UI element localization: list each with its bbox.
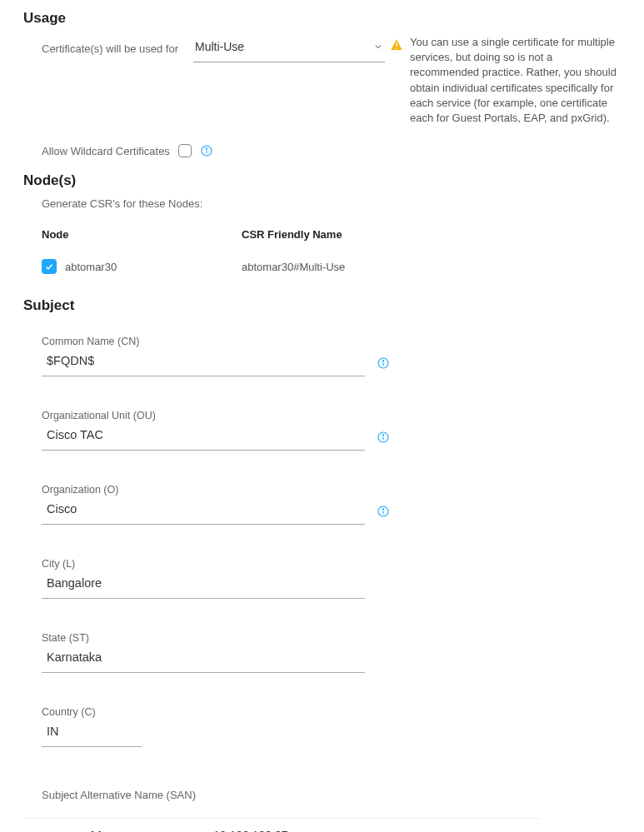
san-row: IP Address 10.106.120.87 −	[23, 818, 540, 832]
nodes-heading: Node(s)	[23, 172, 621, 189]
wildcard-checkbox[interactable]	[178, 144, 192, 157]
san-type-value: IP Address	[65, 830, 125, 832]
ou-label: Organizational Unit (OU)	[42, 410, 390, 421]
info-icon[interactable]	[377, 356, 390, 370]
info-icon[interactable]	[200, 144, 213, 157]
svg-rect-1	[396, 47, 397, 48]
svg-point-9	[382, 435, 383, 436]
ou-input[interactable]: Cisco TAC	[42, 421, 365, 451]
node-name: abtomar30	[65, 261, 117, 273]
san-label: Subject Alternative Name (SAN)	[23, 789, 621, 801]
c-label: Country (C)	[42, 706, 390, 718]
subject-heading: Subject	[23, 297, 621, 314]
usage-select-value: Multi-Use	[195, 40, 244, 53]
cn-input[interactable]: $FQDN$	[42, 347, 365, 376]
san-type-select[interactable]: IP Address	[63, 830, 197, 832]
o-input[interactable]: Cisco	[42, 496, 365, 525]
info-icon[interactable]	[377, 431, 390, 444]
svg-point-12	[382, 509, 383, 510]
usage-heading: Usage	[23, 10, 621, 27]
st-label: State (ST)	[42, 632, 390, 644]
csr-friendly-name: abtomar30#Multi-Use	[242, 261, 458, 273]
nodes-header-csr: CSR Friendly Name	[242, 228, 458, 241]
st-input[interactable]: Karnataka	[42, 644, 365, 673]
usage-label: Certificate(s) will be used for	[42, 42, 178, 55]
c-input[interactable]: IN	[42, 718, 142, 747]
nodes-desc: Generate CSR's for these Nodes:	[23, 197, 621, 210]
check-icon	[44, 262, 54, 272]
node-checkbox[interactable]	[42, 259, 57, 274]
l-label: City (L)	[42, 558, 390, 570]
svg-point-3	[206, 148, 207, 149]
wildcard-label: Allow Wildcard Certificates	[42, 145, 170, 157]
table-row: abtomar30 abtomar30#Multi-Use	[42, 259, 621, 274]
o-label: Organization (O)	[42, 484, 390, 496]
usage-help-text: You can use a single certificate for mul…	[410, 35, 621, 126]
san-value-input[interactable]: 10.106.120.87	[208, 829, 375, 832]
warning-icon	[390, 38, 403, 52]
usage-select[interactable]: Multi-Use	[193, 35, 385, 62]
cn-label: Common Name (CN)	[42, 336, 390, 347]
svg-rect-0	[396, 42, 397, 47]
nodes-header-node: Node	[42, 228, 242, 241]
l-input[interactable]: Bangalore	[42, 570, 365, 599]
svg-point-6	[382, 361, 383, 361]
info-icon[interactable]	[377, 505, 390, 518]
chevron-down-icon	[373, 42, 383, 52]
